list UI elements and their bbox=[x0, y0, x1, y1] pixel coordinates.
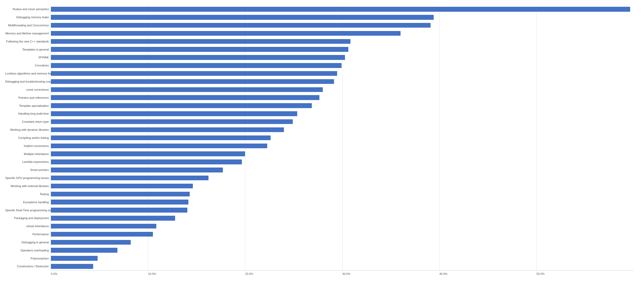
bar-track bbox=[51, 31, 634, 36]
bar-row: virtual inheritance bbox=[5, 222, 634, 230]
bar-row: Constructors / Destructor bbox=[5, 262, 634, 270]
bar-fill bbox=[51, 47, 348, 52]
bar-row: Lambda expressions bbox=[5, 158, 634, 166]
bar-row: Debugging in general bbox=[5, 238, 634, 246]
bar-track bbox=[51, 168, 634, 172]
bar-row: Following the new C++ standards bbox=[5, 37, 634, 45]
bar-fill bbox=[51, 23, 431, 28]
bar-fill bbox=[51, 256, 98, 261]
bar-fill bbox=[51, 184, 193, 189]
bar-row: Performance bbox=[5, 230, 634, 238]
bar-fill bbox=[51, 79, 334, 84]
bar-label: SFINAE bbox=[5, 56, 51, 59]
bar-row: Specific GPU programming issues bbox=[5, 174, 634, 182]
bar-label: Implicit conversions bbox=[5, 144, 51, 147]
bar-row: Packaging and deployment bbox=[5, 214, 634, 222]
bar-track bbox=[51, 111, 634, 116]
bar-label: Polymorphism bbox=[5, 257, 51, 260]
x-tick: 0.0% bbox=[51, 272, 148, 275]
bar-fill bbox=[51, 95, 319, 100]
x-tick: 40.0% bbox=[439, 272, 536, 275]
bar-fill bbox=[51, 168, 223, 172]
bar-row: Working with dynamic libraries bbox=[5, 126, 634, 134]
bar-fill bbox=[51, 176, 208, 181]
bar-label: Packaging and deployment bbox=[5, 216, 51, 220]
bar-row: Multithreading and Concurrency bbox=[5, 21, 634, 29]
bar-row: Memory and lifetime management bbox=[5, 29, 634, 38]
bar-track bbox=[51, 208, 634, 213]
bar-label: Template specialization bbox=[5, 104, 51, 107]
bar-fill bbox=[51, 7, 630, 12]
bar-row: Lockless algorithms and memory fences bbox=[5, 70, 634, 78]
bar-row: Coroutines bbox=[5, 61, 634, 70]
bar-label: Following the new C++ standards bbox=[5, 40, 51, 43]
bar-track bbox=[51, 144, 634, 148]
bar-label: Debugging in general bbox=[5, 241, 51, 244]
bar-track bbox=[51, 95, 634, 100]
x-axis: 0.0%10.0%20.0%30.0%40.0%50.0% bbox=[51, 270, 634, 275]
bar-label: Working with dynamic libraries bbox=[5, 128, 51, 131]
bar-fill bbox=[51, 63, 342, 68]
bar-label: Specific GPU programming issues bbox=[5, 176, 51, 179]
bar-fill bbox=[51, 87, 323, 92]
bar-row: Working with external libraries bbox=[5, 182, 634, 190]
bar-label: Multiple Inheritance bbox=[5, 152, 51, 156]
bar-label: Lambda expressions bbox=[5, 160, 51, 163]
bar-label: Debugging memory leaks bbox=[5, 16, 51, 19]
bar-track bbox=[51, 7, 634, 12]
bar-track bbox=[51, 151, 634, 156]
bar-track bbox=[51, 256, 634, 261]
bar-track bbox=[51, 176, 634, 181]
bar-fill bbox=[51, 55, 345, 60]
bar-row: Debugging memory leaks bbox=[5, 13, 634, 21]
bar-track bbox=[51, 39, 634, 44]
bar-row: Compiling and/or linking bbox=[5, 134, 634, 142]
bar-fill bbox=[51, 192, 190, 197]
bar-row: Smart pointers bbox=[5, 166, 634, 174]
bar-track bbox=[51, 127, 634, 132]
bar-label: const correctness bbox=[5, 88, 51, 91]
bar-label: Constructors / Destructor bbox=[5, 265, 51, 268]
bar-fill bbox=[51, 200, 188, 205]
bar-label: Debugging and troubleshooting crashes bbox=[5, 80, 51, 83]
bar-track bbox=[51, 216, 634, 221]
x-tick: 20.0% bbox=[245, 272, 342, 275]
bar-fill bbox=[51, 264, 93, 269]
bar-track bbox=[51, 184, 634, 189]
bar-label: Performance bbox=[5, 233, 51, 236]
chart-container: Rvalue and move semanticsDebugging memor… bbox=[0, 0, 644, 291]
bar-fill bbox=[51, 240, 131, 245]
bar-label: Rvalue and move semantics bbox=[5, 8, 51, 11]
bar-row: Template specialization bbox=[5, 102, 634, 110]
bar-fill bbox=[51, 232, 153, 237]
chart-area: Rvalue and move semanticsDebugging memor… bbox=[5, 5, 634, 275]
bar-fill bbox=[51, 159, 242, 164]
bar-fill bbox=[51, 208, 187, 213]
bar-row: Operators overloading bbox=[5, 246, 634, 254]
bar-fill bbox=[51, 119, 293, 124]
bar-label: Handling long build time bbox=[5, 112, 51, 115]
bar-row: Specific Real-Time programming issues bbox=[5, 206, 634, 214]
bar-row: Implicit conversions bbox=[5, 142, 634, 150]
x-tick: 30.0% bbox=[342, 272, 439, 275]
bar-fill bbox=[51, 103, 312, 108]
bar-track bbox=[51, 15, 634, 20]
bar-label: Operators overloading bbox=[5, 249, 51, 252]
bar-fill bbox=[51, 15, 434, 20]
bar-row: Covariant return type bbox=[5, 118, 634, 126]
bar-fill bbox=[51, 39, 350, 44]
bar-track bbox=[51, 63, 634, 68]
bar-track bbox=[51, 119, 634, 124]
bar-label: Templates in general bbox=[5, 48, 51, 51]
bar-fill bbox=[51, 224, 156, 229]
bar-label: Pointers and references bbox=[5, 96, 51, 99]
bar-track bbox=[51, 135, 634, 140]
bar-track bbox=[51, 264, 634, 269]
bar-label: Working with external libraries bbox=[5, 184, 51, 188]
bar-track bbox=[51, 47, 634, 52]
bar-track bbox=[51, 192, 634, 197]
bar-track bbox=[51, 200, 634, 205]
bar-label: Smart pointers bbox=[5, 168, 51, 171]
bar-track bbox=[51, 55, 634, 60]
bar-track bbox=[51, 159, 634, 164]
